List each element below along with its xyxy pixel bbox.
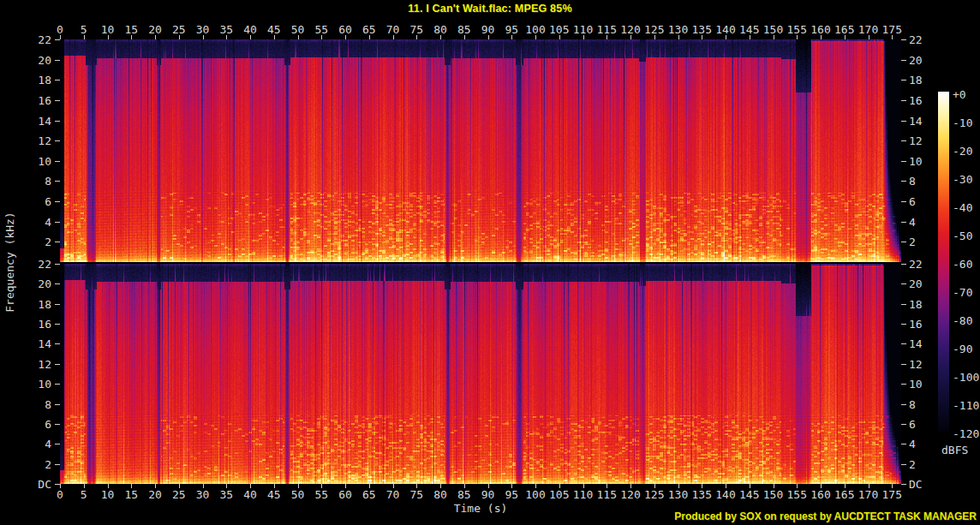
time-tick-label: 35 [214, 489, 238, 500]
freq-tick-label: 8 [909, 399, 916, 410]
time-tick-label: 155 [785, 24, 809, 35]
time-tick-label: 135 [690, 24, 714, 35]
freq-tick-mark [901, 424, 906, 425]
freq-tick-mark [55, 384, 60, 385]
freq-tick-label: 8 [24, 176, 51, 187]
time-tick-label: 145 [738, 489, 762, 500]
time-tick-label: 45 [262, 24, 286, 35]
time-tick-label: 80 [428, 489, 452, 500]
time-tick-label: 25 [167, 489, 191, 500]
time-tick-label: 150 [762, 489, 786, 500]
freq-tick-label: 4 [909, 438, 916, 450]
time-tick-label: 5 [72, 24, 96, 35]
time-tick-label: 95 [499, 24, 523, 35]
freq-tick-label: 18 [909, 299, 923, 310]
time-tick-label: 175 [880, 489, 904, 500]
freq-tick-label: 2 [24, 459, 51, 470]
time-tick-label: 175 [880, 24, 904, 35]
time-tick-label: 35 [214, 24, 238, 35]
freq-tick-label: 16 [909, 319, 923, 330]
time-tick-label: 110 [571, 489, 595, 500]
freq-tick-label: 14 [24, 338, 51, 349]
freq-tick-mark [901, 484, 906, 485]
freq-tick-label: 22 [24, 34, 51, 45]
freq-tick-mark [55, 364, 60, 365]
time-tick-label: 100 [523, 24, 547, 35]
freq-tick-label: 16 [909, 95, 923, 106]
freq-tick-mark [55, 121, 60, 122]
time-tick-label: 125 [642, 489, 666, 500]
freq-tick-label: 2 [909, 459, 916, 470]
time-tick-label: 80 [428, 24, 452, 35]
time-tick-label: 115 [595, 24, 618, 35]
freq-tick-label: 14 [909, 116, 923, 127]
freq-tick-mark [901, 444, 906, 444]
time-tick-label: 140 [714, 489, 738, 500]
freq-tick-mark [55, 100, 60, 101]
legend-tick-label: -60 [953, 259, 972, 270]
legend-tick-label: -100 [953, 372, 979, 383]
freq-tick-label: 8 [909, 176, 916, 187]
freq-tick-label: 18 [24, 75, 51, 86]
time-tick-label: 20 [143, 24, 167, 35]
freq-tick-mark [901, 242, 906, 242]
freq-tick-mark [55, 201, 60, 202]
freq-tick-mark [55, 404, 60, 405]
spectrogram-canvas-bottom-channel [60, 264, 901, 484]
freq-tick-label: 22 [24, 259, 51, 270]
freq-tick-mark [55, 39, 60, 40]
time-tick-label: 130 [666, 489, 690, 500]
legend-tick-label: -110 [953, 400, 979, 411]
time-tick-label: 0 [48, 24, 72, 35]
freq-tick-label: 22 [909, 34, 923, 45]
freq-tick-label: 4 [24, 438, 51, 450]
freq-tick-label: 6 [909, 419, 916, 430]
time-tick-label: 70 [381, 489, 405, 500]
time-tick-label: 160 [809, 489, 833, 500]
time-tick-label: 50 [286, 24, 310, 35]
time-tick-label: 0 [48, 489, 72, 500]
legend-tick-label: -90 [953, 343, 972, 355]
time-tick-label: 50 [286, 489, 310, 500]
freq-tick-mark [901, 60, 906, 61]
freq-tick-mark [901, 201, 906, 202]
time-tick-label: 105 [547, 489, 571, 500]
legend-tick-label: -30 [953, 174, 972, 185]
time-tick-label: 85 [452, 489, 476, 500]
freq-tick-label: 14 [24, 116, 51, 127]
time-tick-label: 30 [191, 489, 215, 500]
freq-tick-label: 12 [909, 135, 923, 146]
page-title: 11. I Can't Wait.flac: MPEG 85% [0, 3, 980, 15]
freq-tick-label: 22 [909, 259, 923, 270]
legend-tick-label: -80 [953, 315, 972, 326]
time-tick-label: 70 [381, 24, 405, 35]
freq-tick-label: 20 [909, 55, 923, 66]
time-tick-label: 100 [523, 489, 547, 500]
freq-tick-mark [55, 424, 60, 425]
legend-tick-label: -20 [953, 146, 972, 157]
freq-tick-mark [901, 364, 906, 365]
freq-tick-label: 10 [24, 379, 51, 390]
freq-tick-label: 6 [24, 419, 51, 430]
freq-tick-mark [55, 464, 60, 465]
time-tick-label: 135 [690, 489, 714, 500]
sox-spectrogram-window: 11. I Can't Wait.flac: MPEG 85% 00551010… [0, 0, 980, 525]
freq-tick-mark [901, 140, 906, 141]
time-tick-label: 170 [857, 24, 881, 35]
time-tick-label: 45 [262, 489, 286, 500]
freq-tick-label: 20 [24, 278, 51, 289]
spectrogram-canvas-top-channel [60, 39, 901, 262]
time-tick-label: 65 [357, 24, 381, 35]
freq-tick-label: 10 [909, 379, 923, 390]
time-tick-label: 65 [357, 489, 381, 500]
time-tick-label: 150 [762, 24, 786, 35]
freq-tick-label: 20 [909, 278, 923, 289]
time-tick-label: 40 [238, 24, 262, 35]
time-tick-label: 60 [333, 24, 357, 35]
freq-tick-label: 14 [909, 338, 923, 349]
time-tick-label: 15 [119, 489, 143, 500]
freq-tick-mark [55, 484, 60, 485]
freq-tick-mark [901, 39, 906, 40]
freq-tick-mark [901, 222, 906, 223]
freq-tick-mark [55, 80, 60, 81]
